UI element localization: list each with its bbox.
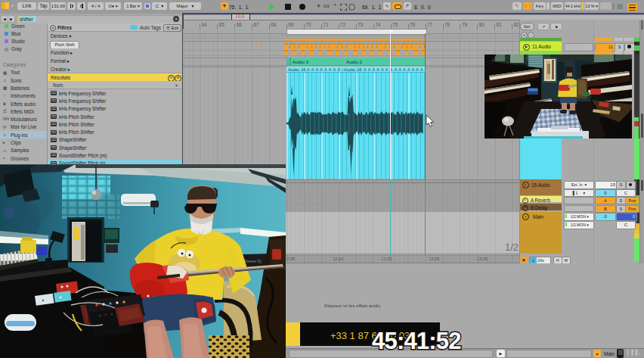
svg-text:Pioneer Dj: Pioneer Dj [243, 259, 261, 263]
